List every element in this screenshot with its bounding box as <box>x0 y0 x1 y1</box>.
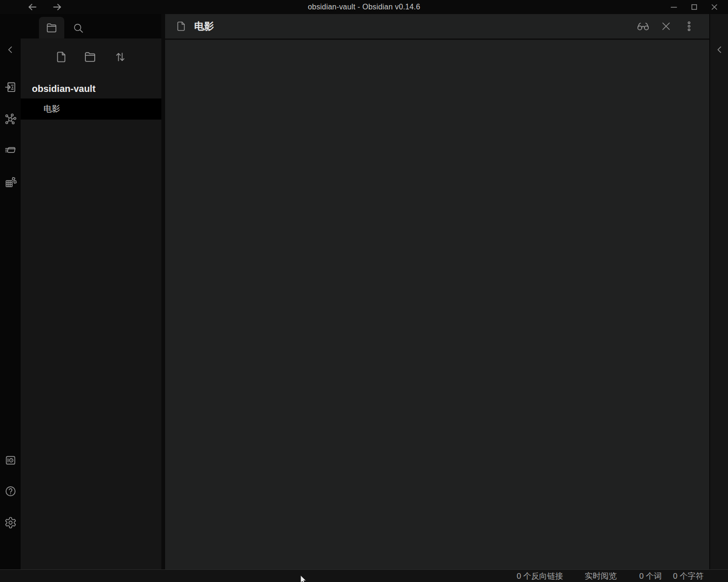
explorer-actions <box>21 46 161 67</box>
glasses-icon <box>637 20 650 33</box>
editor-tab-header: 电影 <box>165 14 709 40</box>
right-sidebar-strip <box>709 14 728 569</box>
window-title: obsidian-vault - Obsidian v0.14.6 <box>0 0 728 14</box>
kebab-menu-icon <box>683 20 695 32</box>
folder-icon <box>46 22 58 34</box>
gear-icon <box>4 516 17 529</box>
left-ribbon <box>0 14 21 569</box>
file-item-selected[interactable]: 电影 <box>21 98 161 120</box>
arrow-into-note-icon <box>4 81 17 93</box>
edit-mode-status[interactable]: 实时阅览 <box>585 571 617 582</box>
minimize-button[interactable] <box>664 0 684 14</box>
flashcards-button[interactable] <box>2 142 19 159</box>
help-icon <box>4 485 17 498</box>
graph-view-button[interactable] <box>2 110 19 127</box>
collapse-left-sidebar-button[interactable] <box>2 41 19 58</box>
word-count-status: 0 个词 <box>639 571 662 582</box>
reading-view-button[interactable] <box>635 18 651 34</box>
sidebar-resize-handle[interactable] <box>161 14 165 569</box>
graph-view-icon <box>4 113 17 125</box>
maximize-button[interactable] <box>684 0 704 14</box>
new-folder-button[interactable] <box>80 46 100 67</box>
close-window-button[interactable] <box>704 0 724 14</box>
close-tab-button[interactable] <box>658 18 674 34</box>
tab-search[interactable] <box>68 18 87 38</box>
vault-icon <box>4 454 17 467</box>
chevron-left-icon <box>714 44 725 55</box>
more-options-button[interactable] <box>681 18 697 34</box>
titlebar: obsidian-vault - Obsidian v0.14.6 <box>0 0 728 14</box>
window-controls <box>664 0 724 14</box>
editor-pane: 电影 <box>165 14 709 569</box>
settings-button[interactable] <box>2 514 19 531</box>
editor-tab-title: 电影 <box>194 20 214 33</box>
new-folder-icon <box>83 50 97 63</box>
backlinks-status[interactable]: 0 个反向链接 <box>516 571 563 582</box>
open-another-vault-button[interactable] <box>2 452 19 469</box>
new-note-button[interactable] <box>51 46 71 67</box>
blocks-dice-icon <box>4 176 17 189</box>
quick-switcher-button[interactable] <box>2 78 19 95</box>
random-blocks-button[interactable] <box>2 174 19 190</box>
char-count-status: 0 个字符 <box>673 571 704 582</box>
statusbar: 0 个反向链接 实时阅览 0 个词 0 个字符 <box>0 569 728 582</box>
sort-order-button[interactable] <box>110 46 130 67</box>
tab-file-explorer[interactable] <box>39 17 64 38</box>
chevron-left-icon <box>5 44 16 55</box>
note-file-icon <box>175 21 187 32</box>
sort-order-icon <box>114 51 127 63</box>
vault-title[interactable]: obsidian-vault <box>21 80 161 98</box>
close-icon <box>709 2 720 12</box>
help-button[interactable] <box>2 483 19 499</box>
expand-right-sidebar-button[interactable] <box>711 40 728 59</box>
flashcard-icon <box>4 144 17 157</box>
app-body: obsidian-vault 电影 电影 <box>0 14 728 569</box>
maximize-icon <box>689 2 699 12</box>
sidebar-tabstrip <box>0 14 162 38</box>
new-note-icon <box>55 51 68 63</box>
minimize-icon <box>669 2 679 12</box>
editor-content[interactable] <box>165 41 709 569</box>
close-icon <box>660 20 672 32</box>
file-explorer-panel: obsidian-vault 电影 <box>21 38 161 569</box>
search-icon <box>72 22 84 34</box>
